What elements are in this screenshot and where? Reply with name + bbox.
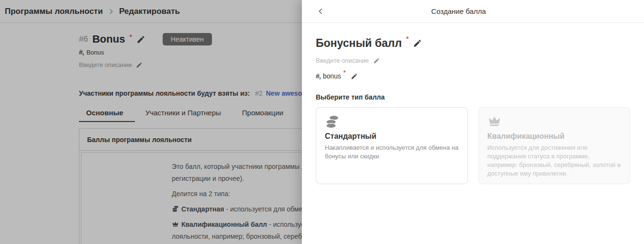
type-description: Используется для достижения или поддержа…	[488, 144, 622, 178]
panel-header: Создание балла	[302, 0, 644, 23]
type-card-qualification[interactable]: Квалификационный Используется для достиж…	[478, 107, 631, 184]
point-system-name-row: #, bonus *	[316, 72, 630, 80]
point-description-row: Введите описание	[316, 57, 630, 64]
panel-title: Создание балла	[302, 7, 615, 15]
choose-type-label: Выберите тип балла	[316, 93, 630, 101]
point-name-row: Бонусный балл *	[316, 37, 630, 50]
edit-point-description-pencil-icon[interactable]	[373, 57, 380, 64]
type-name: Квалификационный	[488, 132, 622, 141]
coins-icon	[325, 114, 459, 130]
crown-icon	[488, 114, 622, 130]
point-type-cards: Стандартный Накапливается и используется…	[316, 107, 630, 184]
description-placeholder: Введите описание	[316, 57, 369, 64]
edit-point-name-pencil-icon[interactable]	[413, 39, 422, 48]
type-description: Накапливается и используется для обмена …	[325, 144, 459, 161]
hash-icon: #,	[316, 72, 321, 80]
app-window: Программы лояльности Редактировать #6 Bo…	[0, 0, 644, 244]
create-point-panel: Создание балла Бонусный балл * Введите о…	[302, 0, 644, 244]
type-card-standard[interactable]: Стандартный Накапливается и используется…	[316, 107, 468, 184]
edit-point-system-name-pencil-icon[interactable]	[351, 73, 358, 80]
point-system-name: bonus	[323, 72, 341, 80]
back-button[interactable]	[317, 7, 325, 15]
required-mark: *	[406, 35, 409, 43]
type-name: Стандартный	[325, 132, 459, 141]
point-name: Бонусный балл	[316, 37, 402, 50]
required-mark: *	[344, 69, 346, 76]
